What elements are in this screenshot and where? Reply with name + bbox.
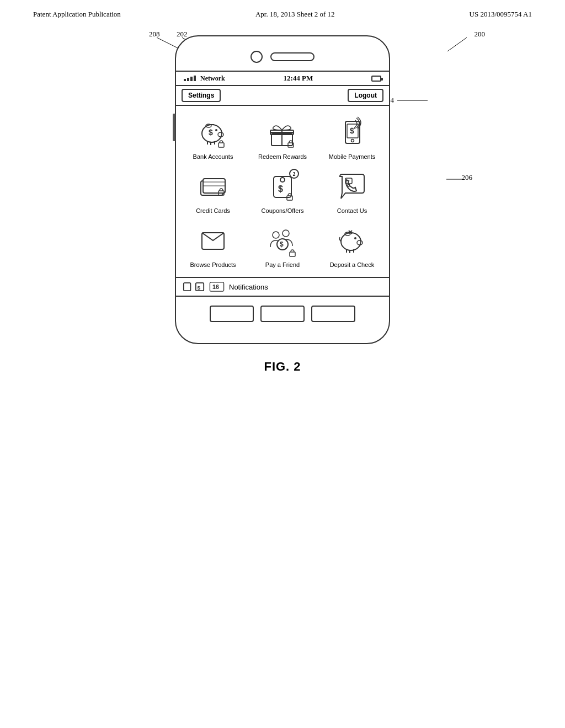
grid-item-contact-us[interactable]: Contact Us [317,164,387,218]
coupons-offers-icon: $ 2 [265,170,300,205]
battery-icon [371,76,381,82]
credit-cards-label: Credit Cards [196,207,230,214]
coupons-offers-label: Coupons/Offers [262,207,304,214]
status-left: Network [184,74,225,83]
grid-item-coupons-offers[interactable]: $ 2 Coupons/Offers [248,164,317,218]
svg-point-37 [282,230,289,237]
svg-text:$: $ [278,184,283,194]
grid-item-browse-products[interactable]: Browse Products [178,218,248,272]
time-display: 12:44 PM [283,74,313,83]
svg-text:$: $ [280,240,284,248]
bank-accounts-label: Bank Accounts [193,153,233,160]
phone-wrapper: 208 202 204 206 200 [0,24,565,344]
notification-text: Notifications [229,283,268,291]
svg-point-24 [354,127,356,129]
grid-item-pay-a-friend[interactable]: $ Pay a Friend [248,218,317,272]
front-camera [250,51,263,63]
signal-bars [184,76,196,81]
mobile-payments-icon: $ [334,116,370,151]
signal-bar-1 [184,79,186,81]
svg-rect-40 [290,252,295,256]
header-left: Patent Application Publication [33,10,121,19]
svg-rect-50 [184,283,191,291]
notif-icons: $ [183,282,205,292]
notif-doc-icon [183,282,193,292]
status-bar: Network 12:44 PM [176,71,389,86]
notif-count-box: 16 [209,282,225,292]
svg-text:$: $ [209,128,213,137]
pay-a-friend-label: Pay a Friend [265,261,300,268]
figure-caption: FIG. 2 [0,360,565,374]
speaker [270,52,315,61]
bottom-btn-3[interactable] [311,306,355,322]
svg-text:$: $ [350,126,354,135]
notif-dollar-icon: $ [195,282,205,292]
notification-bar[interactable]: $ 16 Notifications [176,278,389,297]
svg-line-4 [447,38,467,51]
pay-a-friend-icon: $ [265,224,300,259]
contact-us-icon [334,170,370,205]
grid-item-redeem-rewards[interactable]: Redeem Rewards [248,110,317,164]
svg-point-41 [341,233,361,250]
signal-bar-2 [187,78,189,81]
logout-button[interactable]: Logout [348,89,383,102]
svg-point-30 [280,178,285,182]
carrier-name: Network [200,74,225,83]
browse-products-icon [195,224,231,259]
app-grid: $ [176,106,389,278]
header-center: Apr. 18, 2013 Sheet 2 of 12 [255,10,335,19]
redeem-rewards-label: Redeem Rewards [258,153,307,160]
svg-text:$: $ [198,285,201,291]
svg-text:16: 16 [212,283,219,290]
page-header: Patent Application Publication Apr. 18, … [0,0,565,24]
svg-line-0 [157,38,179,49]
deposit-a-check-icon [334,224,370,259]
signal-bar-4 [194,76,196,81]
settings-button[interactable]: Settings [182,89,221,102]
annot-208: 208 [149,30,160,39]
svg-point-36 [273,232,279,238]
annot-206: 206 [462,173,473,182]
grid-item-mobile-payments[interactable]: $ Mobile Payments [317,110,387,164]
mobile-payments-label: Mobile Payments [329,153,375,160]
svg-rect-14 [218,143,224,147]
annot-200: 200 [475,30,486,39]
bottom-btn-1[interactable] [210,306,254,322]
annot-202: 202 [177,30,188,39]
app-bar: Settings Logout [176,86,389,106]
grid-item-deposit-a-check[interactable]: Deposit a Check [317,218,387,272]
bank-accounts-icon: $ [195,116,231,151]
bottom-btn-2[interactable] [260,306,305,322]
credit-cards-icon [195,170,231,205]
phone-top [176,46,389,71]
redeem-rewards-icon [265,116,300,151]
bottom-buttons [176,297,389,328]
side-button [173,114,175,141]
svg-point-23 [351,140,354,142]
coupons-badge: 2 [289,169,299,179]
svg-point-7 [218,132,223,137]
browse-products-label: Browse Products [190,261,236,268]
svg-point-47 [354,237,356,239]
grid-item-credit-cards[interactable]: Credit Cards [178,164,248,218]
svg-point-42 [357,240,363,245]
header-right: US 2013/0095754 A1 [470,10,532,19]
phone-device: Network 12:44 PM Settings Logout $ [175,35,390,344]
grid-item-bank-accounts[interactable]: $ [178,110,248,164]
svg-point-12 [215,129,217,131]
contact-us-label: Contact Us [337,207,367,214]
signal-bar-3 [190,77,193,81]
deposit-a-check-label: Deposit a Check [330,261,375,268]
